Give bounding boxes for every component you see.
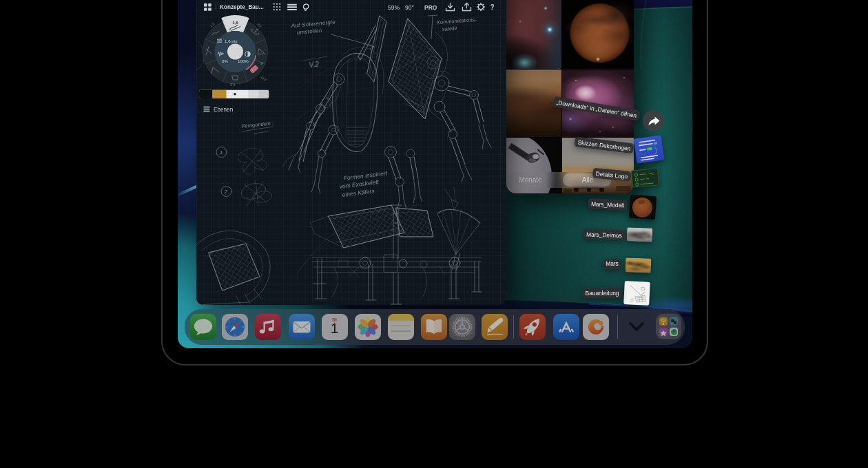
- svg-text:0%: 0%: [222, 58, 228, 63]
- svg-text:90°: 90°: [405, 4, 414, 11]
- svg-text:100%: 100%: [238, 58, 249, 63]
- svg-text:2: 2: [224, 189, 228, 195]
- svg-text:Konzepte_Bau...: Konzepte_Bau...: [220, 4, 264, 10]
- svg-text:V.2: V.2: [309, 61, 320, 69]
- svg-text:?: ?: [490, 3, 495, 11]
- svg-text:PRO: PRO: [424, 4, 437, 11]
- svg-text:1: 1: [220, 149, 223, 156]
- svg-text:1,6: 1,6: [232, 20, 238, 25]
- svg-text:satellit: satellit: [442, 25, 458, 32]
- svg-text:1,6 pts: 1,6 pts: [225, 39, 238, 43]
- svg-text:6,8: 6,8: [230, 83, 235, 86]
- svg-text:59%: 59%: [388, 4, 400, 11]
- svg-text:Ebenen: Ebenen: [214, 107, 234, 113]
